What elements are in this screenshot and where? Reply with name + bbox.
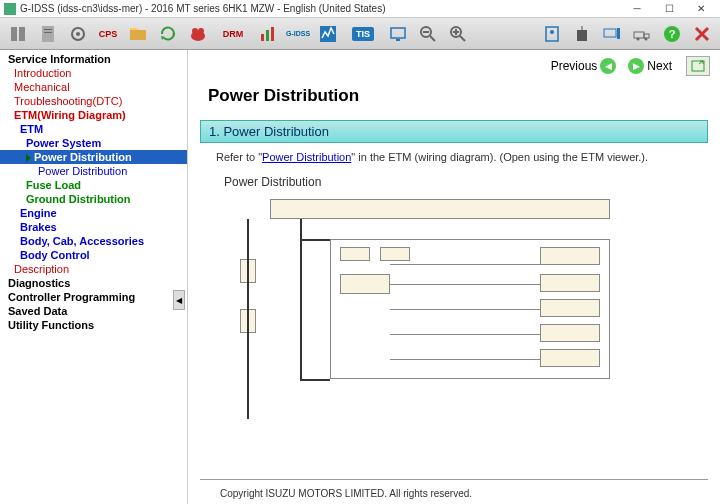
svg-text:?: ?	[669, 28, 676, 40]
previous-label: Previous	[551, 59, 598, 73]
svg-rect-19	[644, 34, 649, 38]
svg-rect-5	[261, 34, 264, 41]
window-title: G-IDSS (idss-cn3\idss-mer) - 2016 MT ser…	[20, 3, 622, 14]
exit-icon[interactable]	[688, 21, 716, 47]
copyright: Copyright ISUZU MOTORS LIMITED. All righ…	[200, 479, 708, 504]
tree-brakes[interactable]: Brakes	[0, 220, 187, 234]
radio-icon[interactable]	[568, 21, 596, 47]
next-label: Next	[647, 59, 672, 73]
book-icon[interactable]	[4, 21, 32, 47]
svg-rect-18	[634, 32, 644, 38]
monitor-icon[interactable]	[384, 21, 412, 47]
gear-icon[interactable]	[64, 21, 92, 47]
collapse-sidebar-button[interactable]: ◀	[173, 290, 185, 310]
svg-rect-9	[391, 28, 405, 38]
drm-icon[interactable]: DRM	[214, 21, 252, 47]
tree-description[interactable]: Description	[0, 262, 187, 276]
tree-power-system[interactable]: Power System	[0, 136, 187, 150]
next-arrow-icon: ▶	[628, 58, 644, 74]
content-pane: Previous ◀ ▶ Next Power Distribution 1. …	[188, 50, 720, 504]
help-icon[interactable]: ?	[658, 21, 686, 47]
tree-power-distribution[interactable]: Power Distribution	[0, 150, 187, 164]
pc-icon[interactable]	[598, 21, 626, 47]
svg-rect-6	[266, 30, 269, 41]
tree-introduction[interactable]: Introduction	[0, 66, 187, 80]
svg-rect-7	[271, 27, 274, 41]
svg-point-20	[637, 37, 640, 40]
toolbar: CPS DRM G-IDSS TIS ?	[0, 18, 720, 50]
tree-diagnostics[interactable]: Diagnostics	[0, 276, 187, 290]
main-area: Service Information Introduction Mechani…	[0, 50, 720, 504]
page-title: Power Distribution	[188, 82, 720, 116]
frog-icon[interactable]	[184, 21, 212, 47]
svg-point-3	[192, 28, 198, 34]
signal-icon[interactable]	[314, 21, 342, 47]
tree-controller-prog[interactable]: Controller Programming	[0, 290, 187, 304]
tree-engine[interactable]: Engine	[0, 206, 187, 220]
power-distribution-link[interactable]: Power Distribution	[262, 151, 351, 163]
svg-rect-24	[692, 61, 704, 71]
tree-utility[interactable]: Utility Functions	[0, 318, 187, 332]
nav-tree: Service Information Introduction Mechani…	[0, 52, 187, 332]
wiring-diagram[interactable]	[240, 199, 620, 419]
next-button[interactable]: ▶ Next	[624, 56, 676, 76]
previous-button[interactable]: Previous ◀	[547, 56, 621, 76]
tis-icon[interactable]: TIS	[344, 21, 382, 47]
tree-body-control[interactable]: Body Control	[0, 248, 187, 262]
zoom-out-icon[interactable]	[414, 21, 442, 47]
svg-rect-10	[396, 39, 400, 41]
tree-etm-wiring[interactable]: ETM(Wiring Diagram)	[0, 108, 187, 122]
window-controls: ─ ☐ ✕	[622, 1, 716, 17]
svg-rect-17	[617, 28, 620, 39]
manual-icon[interactable]	[34, 21, 62, 47]
expand-button[interactable]	[686, 56, 710, 76]
section-text: Refer to "Power Distribution" in the ETM…	[200, 143, 708, 171]
page-nav: Previous ◀ ▶ Next	[188, 50, 720, 82]
svg-point-4	[198, 28, 204, 34]
gidss-icon[interactable]: G-IDSS	[284, 21, 312, 47]
truck-icon[interactable]	[628, 21, 656, 47]
refresh-icon[interactable]	[154, 21, 182, 47]
tree-troubleshooting[interactable]: Troubleshooting(DTC)	[0, 94, 187, 108]
tree-etm[interactable]: ETM	[0, 122, 187, 136]
tree-power-distribution-sub[interactable]: Power Distribution	[0, 164, 187, 178]
svg-rect-16	[604, 29, 616, 37]
minimize-button[interactable]: ─	[622, 1, 652, 17]
svg-rect-15	[577, 30, 587, 41]
svg-point-1	[76, 32, 80, 36]
arrow-icon	[26, 154, 31, 162]
maximize-button[interactable]: ☐	[654, 1, 684, 17]
chart-icon[interactable]	[254, 21, 282, 47]
tree-service-info[interactable]: Service Information	[0, 52, 187, 66]
folder-icon[interactable]	[124, 21, 152, 47]
tree-mechanical[interactable]: Mechanical	[0, 80, 187, 94]
svg-point-21	[645, 37, 648, 40]
svg-point-14	[550, 30, 554, 34]
title-bar: G-IDSS (idss-cn3\idss-mer) - 2016 MT ser…	[0, 0, 720, 18]
section: 1. Power Distribution Refer to "Power Di…	[200, 120, 708, 419]
prev-arrow-icon: ◀	[600, 58, 616, 74]
tree-saved-data[interactable]: Saved Data	[0, 304, 187, 318]
close-button[interactable]: ✕	[686, 1, 716, 17]
expand-icon	[691, 60, 705, 72]
section-header: 1. Power Distribution	[200, 120, 708, 143]
tree-fuse-load[interactable]: Fuse Load	[0, 178, 187, 192]
tree-ground-dist[interactable]: Ground Distribution	[0, 192, 187, 206]
diagram-title: Power Distribution	[200, 171, 708, 193]
meter-icon[interactable]	[538, 21, 566, 47]
zoom-in-icon[interactable]	[444, 21, 472, 47]
cps-icon[interactable]: CPS	[94, 21, 122, 47]
tree-body-cab[interactable]: Body, Cab, Accessories	[0, 234, 187, 248]
app-icon	[4, 3, 16, 15]
sidebar: Service Information Introduction Mechani…	[0, 50, 188, 504]
